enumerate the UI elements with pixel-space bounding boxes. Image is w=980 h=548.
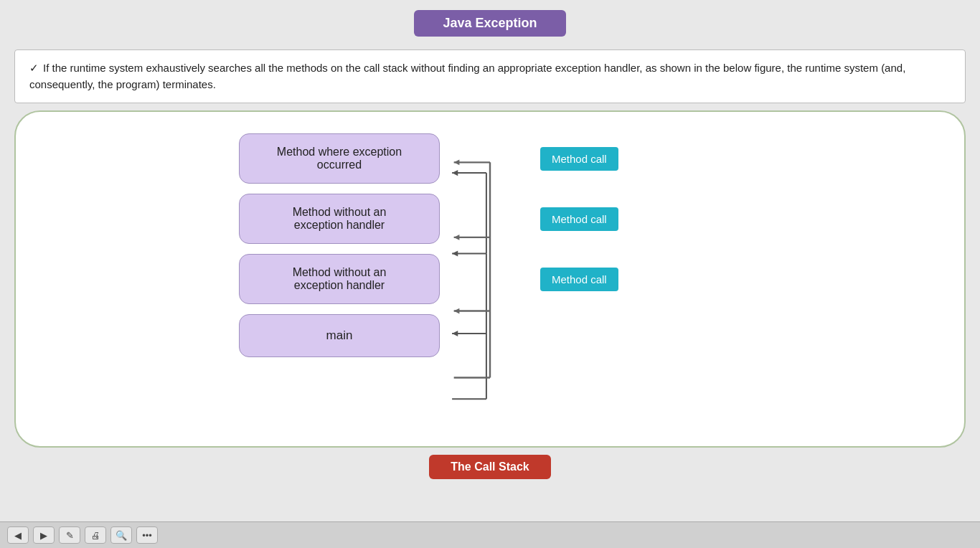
method-no-handler-2-box: Method without an exception handler (239, 254, 440, 304)
call-stack-label-area: The Call Stack (0, 455, 980, 479)
method-exception-box: Method where exception occurred (239, 133, 440, 184)
stack-row-2: Method without an exception handler Meth… (239, 194, 741, 244)
print-button[interactable]: 🖨 (85, 526, 106, 544)
info-box: ✓If the runtime system exhaustively sear… (14, 49, 966, 103)
more-button[interactable]: ••• (136, 526, 158, 544)
main-box: main (239, 314, 440, 357)
zoom-button[interactable]: 🔍 (110, 526, 132, 544)
stack-container: Method where exception occurred Method c… (239, 133, 741, 360)
edit-button[interactable]: ✎ (59, 526, 80, 544)
method-call-badge-1: Method call (540, 147, 618, 171)
stack-row-1: Method where exception occurred Method c… (239, 133, 741, 184)
info-text: If the runtime system exhaustively searc… (29, 62, 905, 90)
call-stack-badge: The Call Stack (429, 455, 550, 479)
prev-button[interactable]: ◀ (7, 526, 29, 544)
stack-row-main: main (239, 314, 741, 357)
stack-row-3: Method without an exception handler Meth… (239, 254, 741, 304)
title-bar: Java Exception (0, 0, 980, 44)
next-button[interactable]: ▶ (33, 526, 55, 544)
method-call-badge-3: Method call (540, 268, 618, 291)
check-icon: ✓ (29, 62, 39, 74)
method-no-handler-1-box: Method without an exception handler (239, 194, 440, 244)
page-title: Java Exception (414, 10, 565, 37)
bottom-toolbar: ◀ ▶ ✎ 🖨 🔍 ••• (0, 521, 980, 548)
method-call-badge-2: Method call (540, 207, 618, 231)
diagram-area: Method where exception occurred Method c… (14, 110, 966, 448)
